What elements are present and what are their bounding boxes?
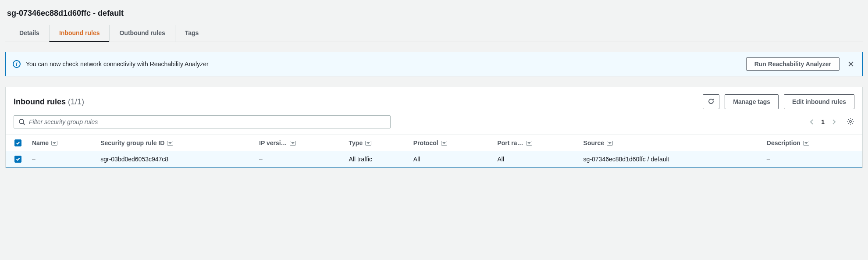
chevron-down-icon [365,141,371,146]
chevron-down-icon [607,141,613,146]
col-protocol[interactable]: Protocol [408,135,492,151]
table-row[interactable]: – sgr-03bd0ed6053c947c8 – All traffic Al… [6,151,862,167]
run-reachability-button[interactable]: Run Reachability Analyzer [746,57,840,71]
cell-sgrid: sgr-03bd0ed6053c947c8 [95,151,254,167]
pager: 1 [810,118,854,127]
tab-outbound-rules[interactable]: Outbound rules [109,25,174,42]
cell-port: All [492,151,578,167]
col-desc[interactable]: Description [761,135,862,151]
cell-name: – [27,151,95,167]
notice-text: You can now check network connectivity w… [26,61,209,68]
inbound-rules-panel: Inbound rules (1/1) Manage tags Edit inb… [5,87,863,168]
manage-tags-button[interactable]: Manage tags [725,94,779,109]
cell-protocol: All [408,151,492,167]
search-icon [18,118,25,125]
close-icon[interactable] [847,60,855,68]
chevron-down-icon [526,141,532,146]
col-protocol-label: Protocol [413,139,438,146]
col-source-label: Source [583,139,604,146]
col-source[interactable]: Source [578,135,761,151]
chevron-down-icon [167,141,173,146]
filter-box[interactable] [14,115,391,128]
cell-desc: – [761,151,862,167]
refresh-button[interactable] [703,94,719,109]
tab-inbound-rules[interactable]: Inbound rules [49,25,110,42]
col-ipver[interactable]: IP versi… [254,135,344,151]
svg-point-1 [850,120,851,122]
col-sgrid-label: Security group rule ID [100,139,164,146]
row-checkbox[interactable] [14,156,21,163]
info-icon: i [13,60,21,68]
panel-title-count: (1/1) [68,97,84,106]
chevron-down-icon [290,141,296,146]
col-ipver-label: IP versi… [259,139,287,146]
edit-inbound-rules-button[interactable]: Edit inbound rules [784,94,854,109]
select-all-checkbox[interactable] [14,139,21,146]
panel-title: Inbound rules (1/1) [14,97,84,107]
col-type[interactable]: Type [344,135,408,151]
page-number: 1 [821,118,825,125]
col-port[interactable]: Port ra… [492,135,578,151]
reachability-notice: i You can now check network connectivity… [5,52,863,76]
panel-title-text: Inbound rules [14,97,66,106]
tabs-bar: Details Inbound rules Outbound rules Tag… [5,25,863,42]
col-desc-label: Description [767,139,800,146]
svg-point-0 [19,119,24,124]
page-title: sg-07346ec88d1d60ffc - default [5,5,863,25]
cell-ipver: – [254,151,344,167]
refresh-icon [708,98,715,106]
rules-table: Name Security group rule ID IP versi… Ty… [6,135,862,167]
tab-tags[interactable]: Tags [175,25,209,42]
gear-icon [847,118,854,127]
col-port-label: Port ra… [497,139,523,146]
cell-source: sg-07346ec88d1d60ffc / default [578,151,761,167]
col-name-label: Name [32,139,49,146]
next-page-button[interactable] [832,118,836,125]
settings-button[interactable] [847,118,854,127]
col-type-label: Type [349,139,363,146]
prev-page-button[interactable] [810,118,814,125]
col-name[interactable]: Name [27,135,95,151]
chevron-down-icon [441,141,447,146]
col-sgrid[interactable]: Security group rule ID [95,135,254,151]
chevron-down-icon [803,141,809,146]
filter-input[interactable] [29,118,386,125]
tab-details[interactable]: Details [10,25,49,42]
cell-type: All traffic [344,151,408,167]
chevron-down-icon [51,141,57,146]
